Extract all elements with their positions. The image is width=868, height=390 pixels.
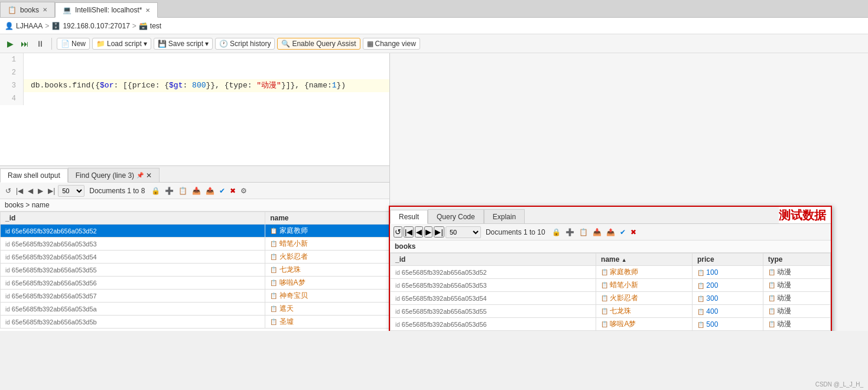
table-row[interactable]: id 65e5685fb392ab656a053d5b📋 圣墟	[1, 316, 389, 329]
table-row[interactable]: id 65e5685fb392ab656a053d53📋 蜡笔小新	[1, 238, 389, 251]
line-content[interactable]	[24, 66, 389, 79]
code-editor[interactable]: 123db.books.find({$or: [{price: {$gt: 80…	[0, 53, 389, 165]
breadcrumb-sep1: >	[45, 22, 49, 30]
editor-line-3: 3db.books.find({$or: [{price: {$gt: 800}…	[0, 79, 389, 92]
main-content: 123db.books.find({$or: [{price: {$gt: 80…	[0, 53, 868, 331]
editor-line-2: 2	[0, 66, 389, 79]
table-row[interactable]: id 65e5685fb392ab656a053d57📋 神奇宝贝📋 600📋 …	[391, 331, 831, 332]
right-lock-btn[interactable]: 🔒	[550, 228, 563, 237]
right-add-btn[interactable]: ➕	[564, 228, 576, 237]
clone-btn[interactable]: 📋	[177, 186, 189, 196]
editor-line-4: 4	[0, 92, 389, 105]
cell-id: id 65e5685fb392ab656a053d57	[1, 290, 265, 303]
tab-explain[interactable]: Explain	[484, 209, 525, 223]
right-first-btn[interactable]: |◀	[404, 226, 414, 238]
right-table-container[interactable]: _id name ▲ price type id 65e5685fb392ab6…	[390, 253, 831, 331]
tab-bar: 📋 books ✕ 💻 IntelliShell: localhost* ✕	[0, 0, 868, 18]
first-page-btn[interactable]: |◀	[14, 186, 25, 196]
tab-intellishell[interactable]: 💻 IntelliShell: localhost* ✕	[55, 2, 158, 18]
add-btn[interactable]: ➕	[163, 186, 175, 196]
check-btn[interactable]: ✔	[217, 186, 227, 196]
new-icon: 📄	[61, 40, 70, 48]
tab-raw-shell-output[interactable]: Raw shell output	[0, 168, 68, 183]
right-result-table: _id name ▲ price type id 65e5685fb392ab6…	[390, 253, 831, 331]
tab-books[interactable]: 📋 books ✕	[0, 2, 55, 17]
line-content[interactable]	[24, 92, 389, 105]
last-page-btn[interactable]: ▶|	[46, 186, 57, 196]
toolbar: ▶ ⏭ ⏸ 📄 New 📁 Load script ▾ 💾 Save scrip…	[0, 34, 868, 53]
new-button[interactable]: 📄 New	[57, 38, 90, 50]
save-icon: 💾	[158, 40, 167, 48]
right-export-btn[interactable]: 📤	[604, 228, 617, 237]
next-page-btn[interactable]: ▶	[36, 186, 45, 196]
left-table-container[interactable]: _id name id 65e5685fb392ab656a053d52📋 家庭…	[0, 212, 389, 331]
find-query-close[interactable]: ✕	[146, 171, 152, 180]
refresh-btn[interactable]: ↺	[4, 186, 13, 196]
table-row[interactable]: id 65e5685fb392ab656a053d55📋 七龙珠📋 400📋 动…	[391, 305, 831, 318]
load-dropdown-icon: ▾	[144, 40, 147, 48]
change-view-button[interactable]: ▦ Change view	[363, 38, 420, 50]
find-query-pin: 📌	[136, 172, 144, 178]
enable-query-assist-button[interactable]: 🔍 Enable Query Assist	[277, 38, 360, 50]
cell-id: id 65e5685fb392ab656a053d55	[391, 305, 596, 318]
table-row[interactable]: id 65e5685fb392ab656a053d52📋 家庭教师📋 100📋 …	[391, 266, 831, 279]
table-row[interactable]: id 65e5685fb392ab656a053d5a📋 遮天	[1, 303, 389, 316]
breadcrumb-user: LJHAAA	[16, 22, 43, 30]
load-script-button[interactable]: 📁 Load script ▾	[92, 38, 151, 50]
cell-id: id 65e5685fb392ab656a053d53	[391, 279, 596, 292]
right-import-btn[interactable]: 📥	[591, 228, 603, 237]
bottom-tabs: Raw shell output Find Query (line 3) 📌 ✕	[0, 166, 389, 183]
cell-id: id 65e5685fb392ab656a053d53	[1, 238, 265, 251]
table-row[interactable]: id 65e5685fb392ab656a053d56📋 哆啦A梦	[1, 277, 389, 290]
settings-btn[interactable]: ⚙	[239, 186, 249, 196]
script-history-button[interactable]: 🕐 Script history	[215, 38, 275, 50]
right-check-btn[interactable]: ✔	[618, 228, 628, 237]
tab-find-query[interactable]: Find Query (line 3) 📌 ✕	[68, 168, 160, 182]
table-row[interactable]: id 65e5685fb392ab656a053d52📋 家庭教师	[1, 225, 389, 238]
bottom-toolbar: ↺ |◀ ◀ ▶ ▶| 50 100 200 Documents 1 to 8 …	[0, 183, 389, 199]
right-last-btn[interactable]: ▶|	[434, 226, 444, 238]
right-delete-btn[interactable]: ✖	[629, 228, 638, 237]
step-button[interactable]: ⏭	[18, 38, 31, 50]
breadcrumb: 👤 LJHAAA > 🗄️ 192.168.0.107:27017 > 🗃️ t…	[0, 18, 868, 34]
right-next-btn[interactable]: ▶	[424, 226, 433, 238]
cell-type: 📋 动漫	[763, 331, 830, 332]
prev-page-btn[interactable]: ◀	[26, 186, 35, 196]
tab-result[interactable]: Result	[390, 210, 428, 224]
pause-button[interactable]: ⏸	[34, 38, 47, 50]
table-row[interactable]: id 65e5685fb392ab656a053d56📋 哆啦A梦📋 500📋 …	[391, 318, 831, 331]
cell-name: 📋 神奇宝贝	[265, 290, 389, 303]
table-row[interactable]: id 65e5685fb392ab656a053d54📋 火影忍者	[1, 251, 389, 264]
delete-btn[interactable]: ✖	[228, 186, 238, 196]
table-row[interactable]: id 65e5685fb392ab656a053d55📋 七龙珠	[1, 264, 389, 277]
import-btn[interactable]: 📥	[190, 186, 203, 196]
table-row[interactable]: id 65e5685fb392ab656a053d53📋 蜡笔小新📋 200📋 …	[391, 279, 831, 292]
collection-header: books	[390, 240, 831, 253]
breadcrumb-db-icon: 🗃️	[139, 22, 148, 30]
per-page-select[interactable]: 50 100 200	[58, 185, 84, 197]
cell-name: 📋 哆啦A梦	[265, 277, 389, 290]
tab-intellishell-label: IntelliShell: localhost*	[75, 6, 142, 14]
tab-books-close[interactable]: ✕	[43, 6, 47, 13]
cell-name: 📋 家庭教师	[265, 225, 389, 238]
right-clone-btn[interactable]: 📋	[577, 228, 590, 237]
tab-query-code[interactable]: Query Code	[428, 209, 484, 223]
cell-name: 📋 遮天	[265, 303, 389, 316]
cell-name: 📋 家庭教师	[596, 266, 693, 279]
cell-price: 📋 200	[693, 279, 763, 292]
run-button[interactable]: ▶	[5, 38, 16, 50]
right-prev-btn[interactable]: ◀	[415, 226, 423, 238]
export-btn[interactable]: 📤	[204, 186, 216, 196]
table-row[interactable]: id 65e5685fb392ab656a053d54📋 火影忍者📋 300📋 …	[391, 292, 831, 305]
save-script-button[interactable]: 💾 Save script ▾	[154, 38, 213, 50]
line-content[interactable]: db.books.find({$or: [{price: {$gt: 800}}…	[24, 79, 389, 92]
line-content[interactable]	[24, 53, 389, 66]
right-refresh-btn[interactable]: ↺	[394, 226, 402, 238]
tab-books-icon: 📋	[8, 6, 17, 14]
table-row[interactable]: id 65e5685fb392ab656a053d57📋 神奇宝贝	[1, 290, 389, 303]
right-per-page-select[interactable]: 50 100 200	[446, 226, 481, 238]
lock-btn[interactable]: 🔒	[149, 186, 162, 196]
cell-name: 📋 哆啦A梦	[596, 318, 693, 331]
tab-intellishell-close[interactable]: ✕	[145, 7, 150, 14]
right-panel-tabs: Result Query Code Explain	[390, 207, 779, 223]
